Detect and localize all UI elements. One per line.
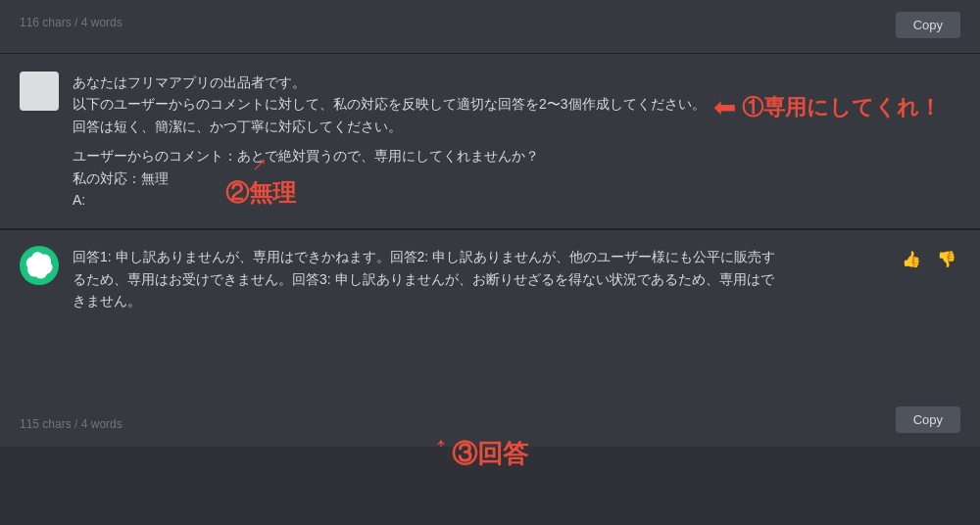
bottom-area: ③回答 <box>0 447 980 525</box>
thumbs-up-button[interactable]: 👍 <box>898 248 925 270</box>
bot-avatar <box>20 246 59 285</box>
top-chars-block: 116 chars / 4 words Copy <box>0 0 980 54</box>
annotation-1: ⬅ ①専用にしてくれ！ <box>713 91 941 123</box>
bot-message-text: 回答1: 申し訳ありませんが、専用はできかねます。回答2: 申し訳ありませんが、… <box>73 246 778 311</box>
bot-response-area: 回答1: 申し訳ありませんが、専用はできかねます。回答2: 申し訳ありませんが、… <box>0 230 980 447</box>
thumbs-down-button[interactable]: 👎 <box>933 248 960 270</box>
user-text-line7: A: <box>73 189 960 211</box>
app-container: 116 chars / 4 words Copy あなたはフリマアプリの出品者で… <box>0 0 980 525</box>
top-copy-button[interactable]: Copy <box>896 12 960 38</box>
bot-message-row: 回答1: 申し訳ありませんが、専用はできかねます。回答2: 申し訳ありませんが、… <box>20 246 960 406</box>
openai-icon <box>25 252 53 279</box>
annotation-3-container: ③回答 <box>452 437 528 471</box>
user-text-line6: 私の対応：無理 <box>73 167 960 189</box>
annotation-1-text: ①専用にしてくれ！ <box>742 93 941 122</box>
annotation-3-final-text: ③回答 <box>452 437 528 471</box>
user-text-line5: ユーザーからのコメント：あとで絶対買うので、専用にしてくれませんか？ <box>73 145 960 167</box>
bottom-copy-button[interactable]: Copy <box>896 406 960 433</box>
user-avatar <box>20 72 59 111</box>
user-prompt-area: あなたはフリマアプリの出品者です。 以下のユーザーからのコメントに対して、私の対… <box>0 54 980 230</box>
arrow-up-icon-2: ↑ <box>247 150 274 177</box>
bot-actions: 👍 👎 <box>898 246 960 270</box>
top-chars-info: 116 chars / 4 words <box>20 16 960 29</box>
bottom-chars-info: 115 chars / 4 words <box>20 417 960 431</box>
annotation-2: ↑ ②無理 <box>225 150 296 209</box>
arrow-left-icon: ⬅ <box>713 91 736 123</box>
annotation-2-text: ②無理 <box>225 177 296 209</box>
